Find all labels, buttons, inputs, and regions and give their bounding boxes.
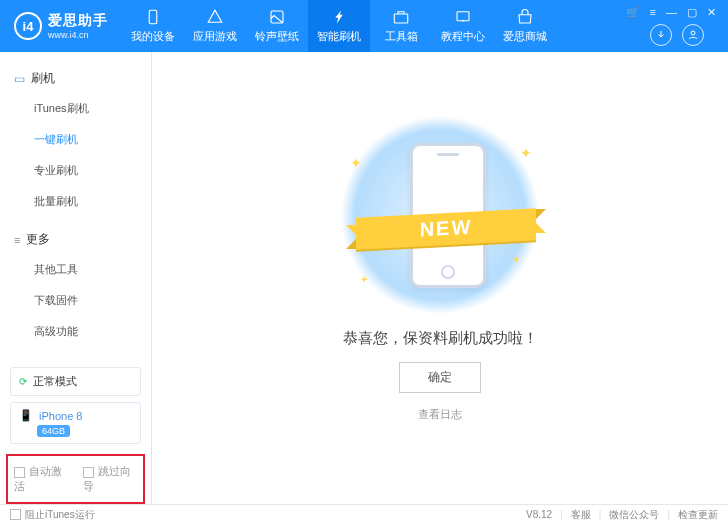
store-icon: [516, 8, 534, 26]
svg-rect-0: [149, 10, 157, 24]
new-ribbon: NEW: [356, 205, 536, 251]
version-label: V8.12: [526, 509, 552, 520]
logo-url: www.i4.cn: [48, 30, 108, 40]
maximize-icon[interactable]: ▢: [687, 6, 697, 19]
nav-apps[interactable]: 应用游戏: [184, 0, 246, 52]
success-message: 恭喜您，保资料刷机成功啦！: [343, 329, 538, 348]
footer: 阻止iTunes运行 V8.12| 客服| 微信公众号| 检查更新: [0, 504, 728, 524]
media-icon: [268, 8, 286, 26]
success-illustration: ✦ ✦ ✦ ✦ NEW: [330, 115, 550, 315]
option-auto-activate[interactable]: 自动激活: [14, 464, 69, 494]
main-content: ✦ ✦ ✦ ✦ NEW 恭喜您，保资料刷机成功啦！ 确定 查看日志: [152, 52, 728, 504]
sidebar-item[interactable]: iTunes刷机: [0, 93, 151, 124]
options-highlight: 自动激活 跳过向导: [6, 454, 145, 504]
nav-store[interactable]: 爱思商城: [494, 0, 556, 52]
device-box[interactable]: 📱iPhone 8 64GB: [10, 402, 141, 444]
menu-icon[interactable]: ≡: [650, 6, 656, 18]
svg-rect-3: [457, 12, 469, 21]
window-controls: 🛒 ≡ — ▢ ✕: [626, 0, 728, 19]
update-link[interactable]: 检查更新: [678, 508, 718, 522]
option-skip-guide[interactable]: 跳过向导: [83, 464, 138, 494]
sidebar-item[interactable]: 专业刷机: [0, 155, 151, 186]
confirm-button[interactable]: 确定: [399, 362, 481, 393]
refresh-icon: ⟳: [19, 376, 27, 387]
header: i4 爱思助手 www.i4.cn 我的设备应用游戏铃声壁纸智能刷机工具箱教程中…: [0, 0, 728, 52]
nav-toolbox[interactable]: 工具箱: [370, 0, 432, 52]
mode-label: 正常模式: [33, 374, 77, 389]
close-icon[interactable]: ✕: [707, 6, 716, 19]
mode-box[interactable]: ⟳ 正常模式: [10, 367, 141, 396]
sidebar-item[interactable]: 其他工具: [0, 254, 151, 285]
logo-icon: i4: [14, 12, 42, 40]
logo[interactable]: i4 爱思助手 www.i4.cn: [0, 12, 122, 40]
header-actions: [636, 24, 718, 46]
logo-title: 爱思助手: [48, 12, 108, 30]
apps-icon: [206, 8, 224, 26]
sidebar: ▭刷机 iTunes刷机一键刷机专业刷机批量刷机 ≡更多 其他工具下载固件高级功…: [0, 52, 152, 504]
sidebar-group-flash[interactable]: ▭刷机: [0, 64, 151, 93]
support-link[interactable]: 客服: [571, 508, 591, 522]
storage-badge: 64GB: [37, 425, 70, 437]
download-icon[interactable]: [650, 24, 672, 46]
nav-tutorial[interactable]: 教程中心: [432, 0, 494, 52]
sidebar-item[interactable]: 下载固件: [0, 285, 151, 316]
main-nav: 我的设备应用游戏铃声壁纸智能刷机工具箱教程中心爱思商城: [122, 0, 626, 52]
wechat-link[interactable]: 微信公众号: [609, 508, 659, 522]
svg-point-4: [691, 31, 695, 35]
device-icon: [144, 8, 162, 26]
tutorial-icon: [454, 8, 472, 26]
cart-icon[interactable]: 🛒: [626, 6, 640, 19]
sidebar-group-more[interactable]: ≡更多: [0, 225, 151, 254]
svg-rect-2: [394, 14, 408, 23]
phone-icon: 📱: [19, 409, 33, 422]
sidebar-item[interactable]: 批量刷机: [0, 186, 151, 217]
block-itunes-checkbox[interactable]: 阻止iTunes运行: [10, 508, 95, 522]
minimize-icon[interactable]: —: [666, 6, 677, 18]
toolbox-icon: [392, 8, 410, 26]
device-name: iPhone 8: [39, 410, 82, 422]
nav-flash[interactable]: 智能刷机: [308, 0, 370, 52]
nav-device[interactable]: 我的设备: [122, 0, 184, 52]
user-icon[interactable]: [682, 24, 704, 46]
sidebar-item[interactable]: 一键刷机: [0, 124, 151, 155]
sidebar-item[interactable]: 高级功能: [0, 316, 151, 347]
view-log-link[interactable]: 查看日志: [418, 407, 462, 422]
nav-media[interactable]: 铃声壁纸: [246, 0, 308, 52]
flash-icon: [330, 8, 348, 26]
